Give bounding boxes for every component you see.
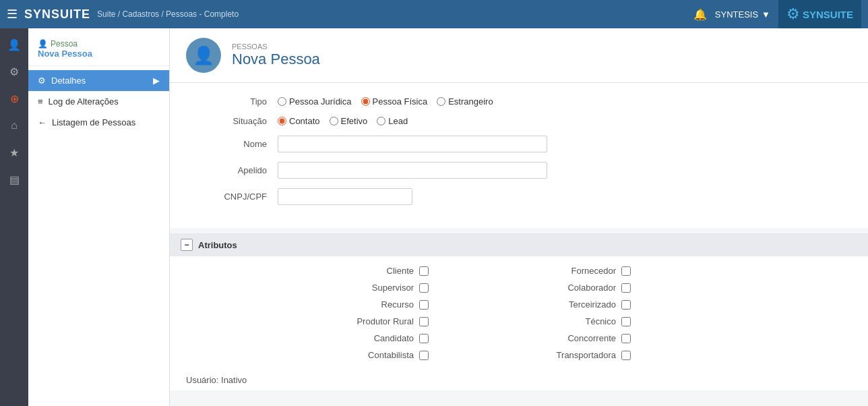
avatar-icon: 👤: [193, 45, 214, 66]
attr-cliente: Cliente: [240, 266, 442, 276]
hamburger-menu-icon[interactable]: ☰: [7, 7, 18, 22]
tipo-row: Tipo Pessoa Jurídica Pessoa Física Estra…: [186, 96, 852, 107]
nome-row: Nome: [186, 136, 852, 152]
sidebar-person-header: 👤 Pessoa Nova Pessoa: [28, 35, 169, 66]
attr-candidato-label: Candidato: [374, 333, 414, 343]
nav-gear-icon[interactable]: ⚙: [2, 59, 26, 84]
chevron-down-icon: ▼: [762, 9, 770, 20]
tipo-pj-radio[interactable]: [278, 97, 286, 106]
attr-contabilista: Contabilista: [240, 350, 442, 360]
situacao-contato-label: Contato: [289, 116, 320, 126]
log-icon: ≡: [38, 96, 43, 107]
page-title: Nova Pessoa: [232, 51, 320, 68]
apelido-input[interactable]: [278, 162, 547, 179]
attr-tecnico-checkbox[interactable]: [621, 317, 631, 326]
situacao-contato-radio[interactable]: [278, 117, 286, 125]
attr-concorrente-label: Concorrente: [567, 333, 616, 343]
cnpj-input[interactable]: [278, 188, 412, 205]
top-nav-right: 🔔 SYNTESIS ▼ ⚙ SYNSUITE: [693, 0, 861, 28]
attr-produtor-rural-label: Produtor Rural: [356, 316, 414, 326]
attr-supervisor-checkbox[interactable]: [419, 283, 429, 293]
app-layout: 👤 ⚙ ⊕ ⌂ ★ ▤ 👤 Pessoa Nova Pessoa ⚙ Detal…: [0, 28, 868, 406]
tipo-pj-option[interactable]: Pessoa Jurídica: [278, 96, 352, 107]
sidebar: 👤 Pessoa Nova Pessoa ⚙ Detalhes ▶ ≡ Log …: [28, 28, 170, 406]
tipo-label: Tipo: [186, 96, 267, 107]
attr-fornecedor-checkbox[interactable]: [621, 266, 631, 276]
apelido-row: Apelido: [186, 162, 852, 179]
attr-colaborador-label: Colaborador: [567, 283, 616, 293]
nav-person-icon[interactable]: 👤: [2, 32, 26, 57]
icon-nav: 👤 ⚙ ⊕ ⌂ ★ ▤: [0, 28, 28, 406]
attr-candidato-checkbox[interactable]: [419, 334, 429, 343]
attr-colaborador: Colaborador: [442, 283, 644, 293]
tipo-pf-radio[interactable]: [361, 97, 370, 106]
user-name-label: SYNTESIS: [715, 9, 758, 20]
attr-terceirizado: Terceirizado: [442, 299, 644, 310]
situacao-contato-option[interactable]: Contato: [278, 116, 320, 126]
nav-inbox-icon[interactable]: ▤: [2, 167, 26, 192]
tipo-pf-option[interactable]: Pessoa Física: [361, 96, 428, 107]
nome-label: Nome: [186, 139, 267, 149]
breadcrumb: Suite / Cadastros / Pessoas - Completo: [97, 9, 239, 19]
situacao-lead-radio[interactable]: [377, 117, 385, 125]
attr-transportadora: Transportadora: [442, 350, 644, 360]
listagem-label: Listagem de Pessoas: [52, 117, 135, 127]
detalhes-icon: ⚙: [38, 76, 46, 86]
sidebar-item-log-alteracoes[interactable]: ≡ Log de Alterações: [28, 91, 169, 112]
sidebar-person-sublabel[interactable]: Nova Pessoa: [38, 49, 160, 59]
sidebar-person-label: 👤 Pessoa: [38, 39, 160, 49]
nav-lifering-icon[interactable]: ⊕: [2, 86, 26, 111]
attr-transportadora-checkbox[interactable]: [621, 351, 631, 360]
user-menu-button[interactable]: SYNTESIS ▼: [715, 9, 770, 20]
attr-tecnico: Técnico: [442, 316, 644, 326]
attr-produtor-rural: Produtor Rural: [240, 316, 442, 326]
bell-icon[interactable]: 🔔: [693, 8, 707, 21]
situacao-efetivo-radio[interactable]: [330, 117, 338, 125]
attr-recurso: Recurso: [240, 299, 442, 310]
attr-produtor-rural-checkbox[interactable]: [419, 317, 429, 326]
attr-supervisor-label: Supervisor: [372, 283, 414, 293]
atributos-label: Atributos: [198, 240, 237, 250]
usuario-status-label: Usuário: Inativo: [186, 375, 247, 385]
cnpj-row: CNPJ/CPF: [186, 188, 852, 205]
nav-home-icon[interactable]: ⌂: [2, 113, 26, 138]
attr-fornecedor: Fornecedor: [442, 266, 644, 276]
nome-input[interactable]: [278, 136, 547, 152]
tipo-est-radio[interactable]: [437, 97, 445, 106]
situacao-label: Situação: [186, 116, 267, 126]
top-nav-left: ☰ SYNSUITE Suite / Cadastros / Pessoas -…: [7, 7, 239, 22]
usuario-status-row: Usuário: Inativo: [170, 370, 868, 390]
attr-candidato: Candidato: [240, 333, 442, 343]
page-sub-label: PESSOAS: [232, 42, 320, 51]
nav-star-icon[interactable]: ★: [2, 140, 26, 165]
attr-cliente-checkbox[interactable]: [419, 266, 429, 276]
attr-terceirizado-checkbox[interactable]: [621, 300, 631, 310]
cnpj-label: CNPJ/CPF: [186, 192, 267, 202]
situacao-lead-label: Lead: [388, 116, 408, 126]
attr-cliente-label: Cliente: [387, 266, 414, 276]
atributos-header: − Atributos: [170, 233, 868, 256]
attr-terceirizado-label: Terceirizado: [569, 299, 616, 310]
main-content: 👤 PESSOAS Nova Pessoa Tipo Pessoa Jurídi…: [170, 28, 868, 406]
attr-colaborador-checkbox[interactable]: [621, 283, 631, 293]
synsuite-gear-icon: ⚙: [786, 5, 800, 23]
atributos-collapse-button[interactable]: −: [181, 239, 193, 251]
atributos-grid: Cliente Fornecedor Supervisor Colaborado…: [170, 256, 868, 370]
listagem-icon: ←: [38, 117, 46, 127]
attr-recurso-checkbox[interactable]: [419, 300, 429, 310]
situacao-lead-option[interactable]: Lead: [377, 116, 408, 126]
detalhes-label: Detalhes: [51, 76, 86, 86]
form-area: Tipo Pessoa Jurídica Pessoa Física Estra…: [170, 83, 868, 228]
tipo-pf-label: Pessoa Física: [373, 96, 428, 107]
person-small-icon: 👤: [38, 39, 48, 49]
situacao-efetivo-option[interactable]: Efetivo: [330, 116, 368, 126]
top-nav: ☰ SYNSUITE Suite / Cadastros / Pessoas -…: [0, 0, 868, 28]
sidebar-item-detalhes[interactable]: ⚙ Detalhes ▶: [28, 70, 169, 91]
attr-contabilista-label: Contabilista: [368, 350, 414, 360]
page-header-text: PESSOAS Nova Pessoa: [232, 42, 320, 68]
sidebar-item-listagem-pessoas[interactable]: ← Listagem de Pessoas: [28, 112, 169, 133]
attr-contabilista-checkbox[interactable]: [419, 351, 429, 360]
tipo-est-option[interactable]: Estrangeiro: [437, 96, 493, 107]
attr-concorrente-checkbox[interactable]: [621, 334, 631, 343]
attr-concorrente: Concorrente: [442, 333, 644, 343]
